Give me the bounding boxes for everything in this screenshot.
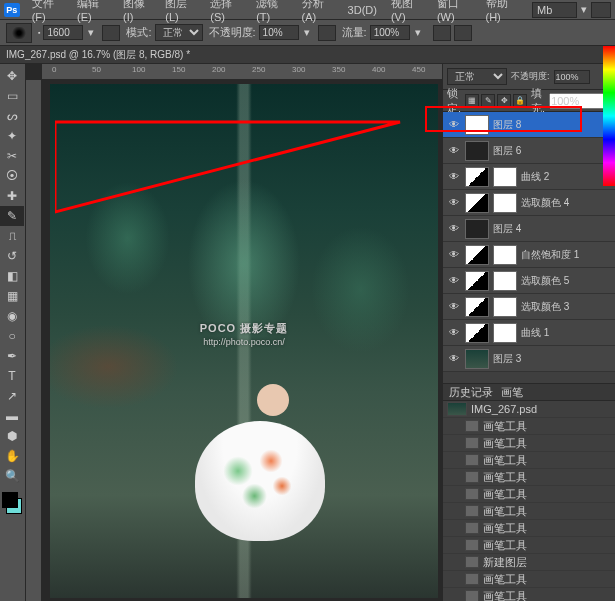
history-item[interactable]: 画笔工具 <box>443 520 615 537</box>
history-item[interactable]: 新建图层 <box>443 554 615 571</box>
layer-row[interactable]: 👁 图层 6 <box>443 138 615 164</box>
screen-mode-icon[interactable] <box>591 2 611 18</box>
layer-opacity-input[interactable] <box>554 70 590 84</box>
history-item[interactable]: 画笔工具 <box>443 435 615 452</box>
menu-filter[interactable]: 滤镜(T) <box>250 0 293 25</box>
layer-row[interactable]: 👁 选取颜色 4 <box>443 190 615 216</box>
layer-row[interactable]: 👁 选取颜色 5 <box>443 268 615 294</box>
visibility-icon[interactable]: 👁 <box>447 248 461 262</box>
heal-tool[interactable]: ✚ <box>0 186 24 206</box>
eraser-tool[interactable]: ◧ <box>0 266 24 286</box>
brush-panel-icon[interactable] <box>102 25 120 41</box>
visibility-icon[interactable]: 👁 <box>447 326 461 340</box>
menu-3d[interactable]: 3D(D) <box>342 2 383 18</box>
pressure-opacity-icon[interactable] <box>318 25 336 41</box>
pen-tool[interactable]: ✒ <box>0 346 24 366</box>
hand-tool[interactable]: ✋ <box>0 446 24 466</box>
menu-select[interactable]: 选择(S) <box>204 0 248 25</box>
app-logo-icon: Ps <box>4 3 20 17</box>
menu-file[interactable]: 文件(F) <box>26 0 69 25</box>
lock-position-icon[interactable]: ✥ <box>497 94 511 108</box>
lasso-tool[interactable]: ᔕ <box>0 106 24 126</box>
visibility-icon[interactable]: 👁 <box>447 196 461 210</box>
history-step-icon <box>465 556 479 568</box>
history-item[interactable]: 画笔工具 <box>443 486 615 503</box>
layer-row[interactable]: 👁 图层 8 <box>443 112 615 138</box>
menu-view[interactable]: 视图(V) <box>385 0 429 25</box>
move-tool[interactable]: ✥ <box>0 66 24 86</box>
pressure-size-icon[interactable] <box>454 25 472 41</box>
history-snapshot[interactable]: IMG_267.psd <box>443 401 615 418</box>
layer-row[interactable]: 👁 曲线 1 <box>443 320 615 346</box>
history-step-icon <box>465 437 479 449</box>
menu-analysis[interactable]: 分析(A) <box>296 0 340 25</box>
wand-tool[interactable]: ✦ <box>0 126 24 146</box>
history-item[interactable]: 画笔工具 <box>443 452 615 469</box>
menu-edit[interactable]: 编辑(E) <box>71 0 115 25</box>
layer-thumb <box>465 297 489 317</box>
shape-tool[interactable]: ▬ <box>0 406 24 426</box>
workspace-switcher[interactable]: Mb▾ <box>532 2 611 18</box>
flow-input[interactable] <box>370 25 410 40</box>
opacity-input[interactable] <box>259 25 299 40</box>
panels-column: 正常 不透明度: 锁定: ▦ ✎ ✥ 🔒 填充: 👁 图层 8👁 图层 6👁 曲… <box>442 64 615 601</box>
menu-image[interactable]: 图像(I) <box>117 0 157 25</box>
layer-mask-thumb <box>493 245 517 265</box>
dodge-tool[interactable]: ○ <box>0 326 24 346</box>
history-item[interactable]: 画笔工具 <box>443 588 615 601</box>
gradient-tool[interactable]: ▦ <box>0 286 24 306</box>
history-item[interactable]: 画笔工具 <box>443 469 615 486</box>
menu-window[interactable]: 窗口(W) <box>431 0 478 25</box>
flow-label: 流量: <box>342 25 367 40</box>
eyedropper-tool[interactable]: ⦿ <box>0 166 24 186</box>
layer-row[interactable]: 👁 自然饱和度 1 <box>443 242 615 268</box>
layer-blend-select[interactable]: 正常 <box>447 68 507 85</box>
brush-size-field[interactable]: ▪ ▾ <box>38 25 96 40</box>
path-tool[interactable]: ↗ <box>0 386 24 406</box>
zoom-tool[interactable]: 🔍 <box>0 466 24 486</box>
history-brush-tool[interactable]: ↺ <box>0 246 24 266</box>
3d-tool[interactable]: ⬢ <box>0 426 24 446</box>
chevron-down-icon: ▾ <box>302 28 312 38</box>
visibility-icon[interactable]: 👁 <box>447 352 461 366</box>
crop-tool[interactable]: ✂ <box>0 146 24 166</box>
visibility-icon[interactable]: 👁 <box>447 144 461 158</box>
type-tool[interactable]: T <box>0 366 24 386</box>
visibility-icon[interactable]: 👁 <box>447 222 461 236</box>
layer-thumb <box>465 141 489 161</box>
color-ramp[interactable] <box>603 46 615 186</box>
layer-row[interactable]: 👁 图层 3 <box>443 346 615 372</box>
history-item[interactable]: 画笔工具 <box>443 537 615 554</box>
visibility-icon[interactable]: 👁 <box>447 300 461 314</box>
menu-layer[interactable]: 图层(L) <box>159 0 202 25</box>
history-step-icon <box>465 488 479 500</box>
foreground-color-swatch[interactable] <box>2 492 18 508</box>
brush-tool[interactable]: ✎ <box>0 206 24 226</box>
stamp-tool[interactable]: ⎍ <box>0 226 24 246</box>
blend-mode-select[interactable]: 正常 <box>155 24 203 41</box>
ruler-horizontal: 0 50 100 150 200 250 300 350 400 450 <box>42 64 442 80</box>
lock-transparent-icon[interactable]: ▦ <box>465 94 479 108</box>
menu-help[interactable]: 帮助(H) <box>480 0 525 25</box>
lock-pixels-icon[interactable]: ✎ <box>481 94 495 108</box>
airbrush-icon[interactable] <box>433 25 451 41</box>
document-tab[interactable]: IMG_267.psd @ 16.7% (图层 8, RGB/8) * <box>6 48 190 62</box>
color-swatches[interactable] <box>0 490 24 518</box>
history-tab[interactable]: 历史记录 <box>449 385 493 400</box>
brush-size-input[interactable] <box>43 25 83 40</box>
visibility-icon[interactable]: 👁 <box>447 274 461 288</box>
layer-row[interactable]: 👁 选取颜色 3 <box>443 294 615 320</box>
brush-tab[interactable]: 画笔 <box>501 385 523 400</box>
brush-preview-icon[interactable] <box>6 23 32 43</box>
layer-row[interactable]: 👁 曲线 2 <box>443 164 615 190</box>
history-item[interactable]: 画笔工具 <box>443 571 615 588</box>
history-item[interactable]: 画笔工具 <box>443 418 615 435</box>
document-canvas[interactable]: POCO 摄影专题 http://photo.poco.cn/ <box>50 84 438 598</box>
visibility-icon[interactable]: 👁 <box>447 170 461 184</box>
lock-all-icon[interactable]: 🔒 <box>513 94 527 108</box>
layer-row[interactable]: 👁 图层 4 <box>443 216 615 242</box>
visibility-icon[interactable]: 👁 <box>447 118 461 132</box>
history-item[interactable]: 画笔工具 <box>443 503 615 520</box>
marquee-tool[interactable]: ▭ <box>0 86 24 106</box>
blur-tool[interactable]: ◉ <box>0 306 24 326</box>
